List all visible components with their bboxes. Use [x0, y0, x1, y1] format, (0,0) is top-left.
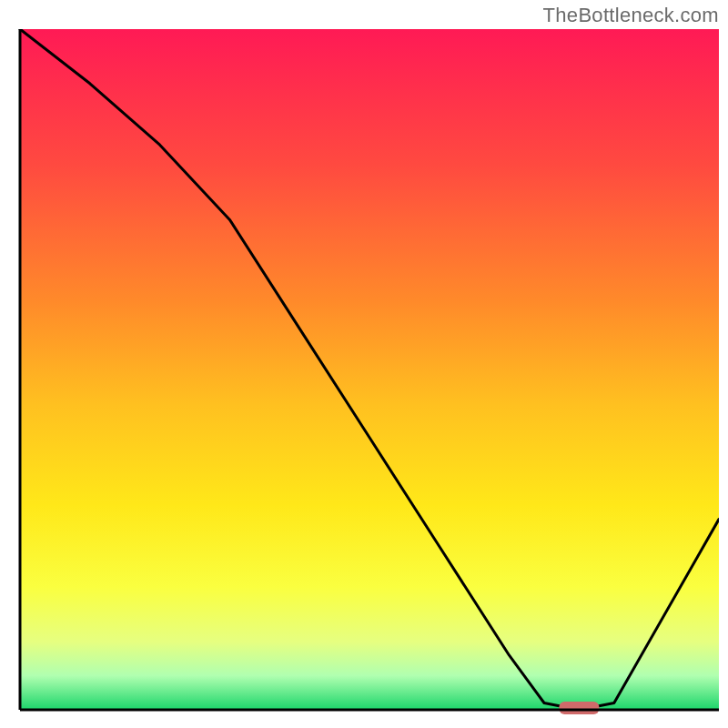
optimal-marker	[559, 702, 599, 714]
chart-container: TheBottleneck.com	[0, 0, 728, 728]
chart-gradient-bg	[20, 29, 719, 710]
bottleneck-chart	[9, 29, 719, 728]
watermark-text: TheBottleneck.com	[543, 4, 719, 27]
